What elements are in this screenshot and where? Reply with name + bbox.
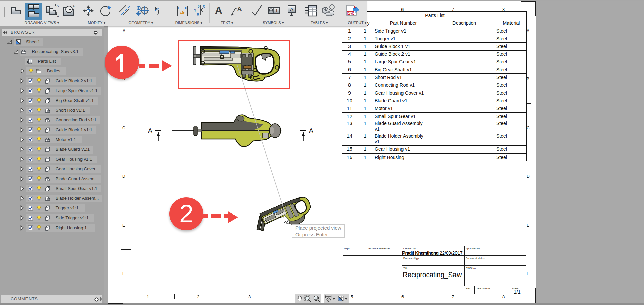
svg-text:Y: Y <box>194 9 196 12</box>
svg-text:0: 0 <box>197 13 199 16</box>
svg-text:0: 0 <box>198 5 200 8</box>
svg-text:A: A <box>57 4 59 7</box>
svg-text:X: X <box>203 5 205 8</box>
svg-text:A: A <box>290 6 293 12</box>
svg-text:PDF: PDF <box>347 12 354 15</box>
svg-text:A: A <box>73 5 75 8</box>
svg-text:1: 1 <box>331 5 333 9</box>
svg-text:A: A <box>237 6 241 12</box>
svg-text:1: 1 <box>275 8 278 13</box>
svg-text:A: A <box>57 15 59 17</box>
